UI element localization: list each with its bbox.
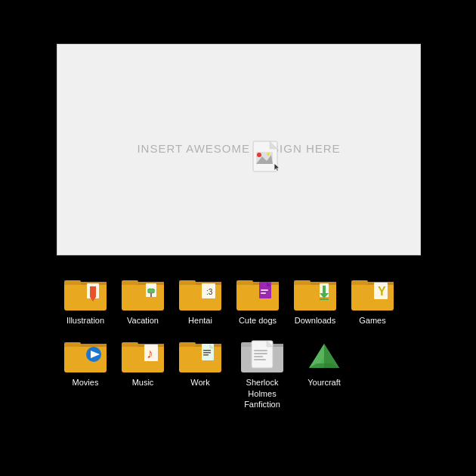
folder-label-cute-dogs: Cute dogs bbox=[239, 315, 277, 326]
folder-games[interactable]: Y Games bbox=[344, 276, 401, 326]
svg-rect-60 bbox=[203, 350, 211, 351]
folder-label-vacation: Vacation bbox=[127, 315, 159, 326]
svg-rect-9 bbox=[64, 280, 81, 285]
folder-vacation[interactable]: Vacation bbox=[114, 276, 172, 326]
canvas-area: INSERT AWESOME DESIGN HERE bbox=[57, 44, 421, 255]
svg-rect-12 bbox=[90, 286, 96, 297]
svg-rect-69 bbox=[254, 353, 267, 354]
svg-rect-70 bbox=[254, 356, 263, 357]
svg-rect-35 bbox=[294, 280, 311, 285]
folder-yourcraft[interactable]: Yourcraft bbox=[295, 338, 353, 410]
folder-downloads[interactable]: Downloads bbox=[286, 276, 344, 326]
folder-work[interactable]: Work bbox=[172, 338, 229, 410]
folder-label-movies: Movies bbox=[73, 377, 99, 388]
folder-label-music: Music bbox=[132, 377, 154, 388]
svg-rect-37 bbox=[323, 286, 326, 293]
svg-rect-31 bbox=[261, 289, 268, 291]
svg-rect-62 bbox=[203, 354, 209, 356]
svg-rect-55 bbox=[179, 344, 221, 372]
folder-label-downloads: Downloads bbox=[295, 315, 335, 326]
folder-cute-dogs[interactable]: Cute dogs bbox=[229, 276, 286, 326]
svg-point-5 bbox=[267, 153, 270, 156]
svg-rect-57 bbox=[179, 342, 196, 347]
svg-rect-61 bbox=[203, 352, 211, 354]
folder-label-yourcraft: Yourcraft bbox=[308, 377, 341, 388]
folder-sherlock[interactable]: Sherlock Holmes Fanfiction bbox=[229, 338, 295, 410]
svg-rect-39 bbox=[320, 298, 329, 300]
svg-rect-52 bbox=[122, 342, 138, 347]
svg-rect-23 bbox=[179, 280, 196, 285]
svg-rect-47 bbox=[64, 342, 81, 347]
folder-label-hentai: Hentai bbox=[188, 315, 212, 326]
svg-rect-7 bbox=[64, 282, 107, 311]
svg-rect-15 bbox=[122, 280, 138, 285]
svg-rect-32 bbox=[261, 292, 266, 294]
folder-illustration[interactable]: Illustration bbox=[57, 276, 114, 326]
svg-point-20 bbox=[148, 289, 154, 292]
svg-rect-71 bbox=[254, 359, 266, 360]
svg-rect-33 bbox=[294, 282, 336, 311]
folder-label-illustration: Illustration bbox=[66, 315, 104, 326]
folder-movies[interactable]: Movies bbox=[57, 338, 114, 410]
svg-rect-28 bbox=[236, 280, 253, 285]
svg-text:Y: Y bbox=[378, 285, 386, 298]
folders-row-1: Illustration Vacation bbox=[57, 276, 427, 326]
folder-label-games: Games bbox=[359, 315, 385, 326]
svg-text:♪: ♪ bbox=[147, 346, 153, 361]
svg-text::3: :3 bbox=[206, 288, 213, 296]
svg-rect-42 bbox=[351, 280, 368, 285]
canvas-placeholder-text: INSERT AWESOME DESIGN HERE bbox=[137, 142, 340, 155]
folder-label-sherlock: Sherlock Holmes Fanfiction bbox=[234, 377, 290, 410]
folders-row-2: Movies ♪ Music bbox=[57, 338, 427, 410]
image-file-icon bbox=[252, 140, 283, 181]
folders-section: Illustration Vacation bbox=[57, 276, 427, 416]
svg-point-3 bbox=[257, 153, 261, 157]
folder-hentai[interactable]: :3 Hentai bbox=[172, 276, 229, 326]
folder-label-work: Work bbox=[190, 377, 209, 388]
folder-music[interactable]: ♪ Music bbox=[114, 338, 172, 410]
svg-rect-13 bbox=[122, 282, 164, 311]
svg-rect-26 bbox=[236, 282, 279, 311]
svg-rect-68 bbox=[254, 350, 267, 351]
